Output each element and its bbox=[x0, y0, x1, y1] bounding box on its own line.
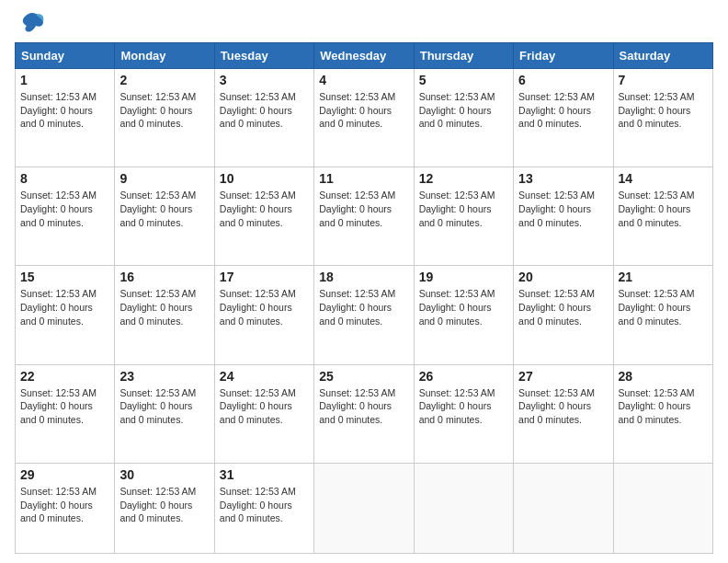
day-number: 13 bbox=[518, 171, 608, 186]
table-row: 15Sunset: 12:53 AMDaylight: 0 hours and … bbox=[16, 266, 115, 364]
table-row: 2Sunset: 12:53 AMDaylight: 0 hours and 0… bbox=[115, 69, 214, 167]
day-number: 7 bbox=[619, 73, 708, 87]
day-number: 28 bbox=[619, 369, 708, 384]
calendar-week-row: 8Sunset: 12:53 AMDaylight: 0 hours and 0… bbox=[16, 167, 713, 266]
day-number: 8 bbox=[20, 171, 109, 186]
table-row: 14Sunset: 12:53 AMDaylight: 0 hours and … bbox=[613, 167, 712, 266]
day-info: Sunset: 12:53 AMDaylight: 0 hours and 0 … bbox=[319, 90, 408, 131]
table-row: 4Sunset: 12:53 AMDaylight: 0 hours and 0… bbox=[314, 69, 414, 167]
calendar-table: Sunday Monday Tuesday Wednesday Thursday… bbox=[15, 42, 713, 554]
table-row: 1Sunset: 12:53 AMDaylight: 0 hours and 0… bbox=[16, 69, 115, 167]
table-row: 26Sunset: 12:53 AMDaylight: 0 hours and … bbox=[414, 364, 513, 463]
day-number: 17 bbox=[220, 270, 309, 284]
header bbox=[15, 9, 713, 39]
day-info: Sunset: 12:53 AMDaylight: 0 hours and 0 … bbox=[119, 485, 209, 525]
day-info: Sunset: 12:53 AMDaylight: 0 hours and 0 … bbox=[319, 287, 408, 327]
day-number: 5 bbox=[419, 73, 508, 87]
calendar-week-row: 15Sunset: 12:53 AMDaylight: 0 hours and … bbox=[16, 266, 713, 364]
table-row: 18Sunset: 12:53 AMDaylight: 0 hours and … bbox=[314, 266, 414, 364]
day-number: 2 bbox=[119, 73, 209, 87]
day-number: 24 bbox=[220, 369, 309, 384]
day-info: Sunset: 12:53 AMDaylight: 0 hours and 0 … bbox=[518, 386, 608, 427]
day-info: Sunset: 12:53 AMDaylight: 0 hours and 0 … bbox=[119, 189, 209, 229]
day-info: Sunset: 12:53 AMDaylight: 0 hours and 0 … bbox=[419, 287, 508, 327]
table-row bbox=[613, 463, 712, 553]
table-row: 17Sunset: 12:53 AMDaylight: 0 hours and … bbox=[214, 266, 313, 364]
table-row: 23Sunset: 12:53 AMDaylight: 0 hours and … bbox=[115, 364, 214, 463]
day-number: 22 bbox=[20, 369, 109, 384]
day-info: Sunset: 12:53 AMDaylight: 0 hours and 0 … bbox=[20, 386, 109, 427]
day-number: 9 bbox=[119, 171, 209, 186]
day-info: Sunset: 12:53 AMDaylight: 0 hours and 0 … bbox=[220, 386, 309, 427]
day-info: Sunset: 12:53 AMDaylight: 0 hours and 0 … bbox=[119, 386, 209, 427]
day-info: Sunset: 12:53 AMDaylight: 0 hours and 0 … bbox=[319, 386, 408, 427]
day-info: Sunset: 12:53 AMDaylight: 0 hours and 0 … bbox=[419, 386, 508, 427]
day-info: Sunset: 12:53 AMDaylight: 0 hours and 0 … bbox=[419, 189, 508, 229]
calendar-header-row: Sunday Monday Tuesday Wednesday Thursday… bbox=[16, 43, 713, 69]
table-row bbox=[314, 463, 414, 553]
col-monday: Monday bbox=[115, 43, 214, 69]
logo-bird-icon bbox=[17, 9, 47, 39]
calendar-week-row: 22Sunset: 12:53 AMDaylight: 0 hours and … bbox=[16, 364, 713, 463]
table-row: 24Sunset: 12:53 AMDaylight: 0 hours and … bbox=[214, 364, 313, 463]
table-row: 19Sunset: 12:53 AMDaylight: 0 hours and … bbox=[414, 266, 513, 364]
table-row: 3Sunset: 12:53 AMDaylight: 0 hours and 0… bbox=[214, 69, 313, 167]
table-row: 27Sunset: 12:53 AMDaylight: 0 hours and … bbox=[514, 364, 613, 463]
day-number: 27 bbox=[518, 369, 608, 384]
day-info: Sunset: 12:53 AMDaylight: 0 hours and 0 … bbox=[220, 189, 309, 229]
day-info: Sunset: 12:53 AMDaylight: 0 hours and 0 … bbox=[20, 287, 109, 327]
day-number: 26 bbox=[419, 369, 508, 384]
table-row: 9Sunset: 12:53 AMDaylight: 0 hours and 0… bbox=[115, 167, 214, 266]
day-info: Sunset: 12:53 AMDaylight: 0 hours and 0 … bbox=[220, 287, 309, 327]
table-row: 6Sunset: 12:53 AMDaylight: 0 hours and 0… bbox=[514, 69, 613, 167]
table-row: 29Sunset: 12:53 AMDaylight: 0 hours and … bbox=[16, 463, 115, 553]
day-number: 20 bbox=[518, 270, 608, 284]
logo bbox=[15, 13, 47, 39]
day-number: 23 bbox=[119, 369, 209, 384]
day-info: Sunset: 12:53 AMDaylight: 0 hours and 0 … bbox=[20, 189, 109, 229]
day-info: Sunset: 12:53 AMDaylight: 0 hours and 0 … bbox=[619, 90, 708, 131]
day-number: 11 bbox=[319, 171, 408, 186]
day-number: 19 bbox=[419, 270, 508, 284]
table-row: 16Sunset: 12:53 AMDaylight: 0 hours and … bbox=[115, 266, 214, 364]
col-sunday: Sunday bbox=[16, 43, 115, 69]
day-info: Sunset: 12:53 AMDaylight: 0 hours and 0 … bbox=[518, 90, 608, 131]
calendar-week-row: 29Sunset: 12:53 AMDaylight: 0 hours and … bbox=[16, 463, 713, 553]
day-info: Sunset: 12:53 AMDaylight: 0 hours and 0 … bbox=[220, 90, 309, 131]
day-number: 6 bbox=[518, 73, 608, 87]
day-number: 16 bbox=[119, 270, 209, 284]
day-number: 29 bbox=[20, 467, 109, 482]
day-info: Sunset: 12:53 AMDaylight: 0 hours and 0 … bbox=[619, 189, 708, 229]
day-info: Sunset: 12:53 AMDaylight: 0 hours and 0 … bbox=[419, 90, 508, 131]
day-number: 3 bbox=[220, 73, 309, 87]
table-row: 20Sunset: 12:53 AMDaylight: 0 hours and … bbox=[514, 266, 613, 364]
day-info: Sunset: 12:53 AMDaylight: 0 hours and 0 … bbox=[319, 189, 408, 229]
table-row: 7Sunset: 12:53 AMDaylight: 0 hours and 0… bbox=[613, 69, 712, 167]
day-number: 10 bbox=[220, 171, 309, 186]
table-row: 10Sunset: 12:53 AMDaylight: 0 hours and … bbox=[214, 167, 313, 266]
day-number: 30 bbox=[119, 467, 209, 482]
table-row: 31Sunset: 12:53 AMDaylight: 0 hours and … bbox=[214, 463, 313, 553]
table-row: 28Sunset: 12:53 AMDaylight: 0 hours and … bbox=[613, 364, 712, 463]
day-number: 14 bbox=[619, 171, 708, 186]
calendar-week-row: 1Sunset: 12:53 AMDaylight: 0 hours and 0… bbox=[16, 69, 713, 167]
day-number: 12 bbox=[419, 171, 508, 186]
col-thursday: Thursday bbox=[414, 43, 513, 69]
table-row: 11Sunset: 12:53 AMDaylight: 0 hours and … bbox=[314, 167, 414, 266]
day-number: 4 bbox=[319, 73, 408, 87]
col-wednesday: Wednesday bbox=[314, 43, 414, 69]
day-info: Sunset: 12:53 AMDaylight: 0 hours and 0 … bbox=[518, 287, 608, 327]
page: Sunday Monday Tuesday Wednesday Thursday… bbox=[0, 0, 728, 563]
day-info: Sunset: 12:53 AMDaylight: 0 hours and 0 … bbox=[20, 485, 109, 525]
day-info: Sunset: 12:53 AMDaylight: 0 hours and 0 … bbox=[619, 386, 708, 427]
day-number: 31 bbox=[220, 467, 309, 482]
day-info: Sunset: 12:53 AMDaylight: 0 hours and 0 … bbox=[119, 90, 209, 131]
day-number: 25 bbox=[319, 369, 408, 384]
col-friday: Friday bbox=[514, 43, 613, 69]
day-info: Sunset: 12:53 AMDaylight: 0 hours and 0 … bbox=[518, 189, 608, 229]
col-saturday: Saturday bbox=[613, 43, 712, 69]
day-info: Sunset: 12:53 AMDaylight: 0 hours and 0 … bbox=[220, 485, 309, 525]
col-tuesday: Tuesday bbox=[214, 43, 313, 69]
table-row bbox=[514, 463, 613, 553]
day-number: 21 bbox=[619, 270, 708, 284]
